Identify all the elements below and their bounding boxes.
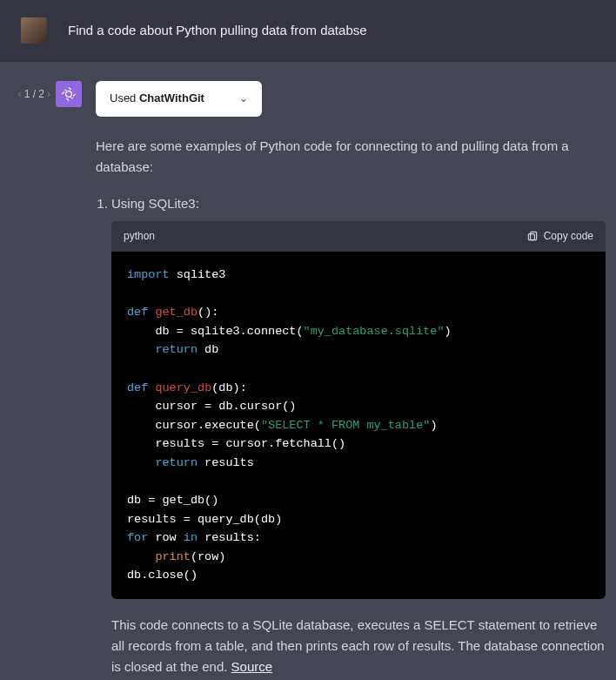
examples-list: Using SQLite3: python Copy code import s…: [96, 193, 606, 680]
user-prompt-text: Find a code about Python pulling data fr…: [68, 17, 367, 44]
assistant-avatar-column: [56, 81, 96, 680]
code-lang-label: python: [124, 228, 155, 245]
assistant-logo: [56, 81, 82, 107]
openai-icon: [60, 85, 77, 103]
user-avatar: [21, 17, 47, 44]
response-pager: ‹ 1 / 2 ›: [0, 81, 56, 680]
dropdown-tool-name: ChatWithGit: [139, 91, 204, 104]
chevron-down-icon: ⌄: [239, 91, 248, 107]
svg-rect-2: [528, 234, 534, 240]
example-1-explain: This code connects to a SQLite database,…: [111, 615, 606, 677]
used-tool-dropdown[interactable]: Used ChatWithGit ⌄: [96, 81, 262, 117]
user-message-row: Find a code about Python pulling data fr…: [0, 0, 616, 62]
example-1: Using SQLite3: python Copy code import s…: [111, 193, 606, 677]
copy-code-button[interactable]: Copy code: [526, 228, 593, 245]
code-header-1: python Copy code: [111, 221, 606, 252]
code-content-1[interactable]: import sqlite3 def get_db(): db = sqlite…: [111, 252, 606, 599]
example-1-title: Using SQLite3:: [111, 196, 199, 211]
dropdown-prefix: Used: [110, 91, 139, 104]
svg-point-0: [66, 91, 72, 98]
assistant-message-row: ‹ 1 / 2 › Used ChatWithGit ⌄ Here are so…: [0, 62, 616, 680]
code-block-1: python Copy code import sqlite3 def get_…: [111, 221, 606, 599]
source-link[interactable]: Source: [231, 659, 273, 674]
svg-rect-1: [530, 232, 536, 240]
pager-prev[interactable]: ‹: [18, 86, 22, 103]
clipboard-icon: [526, 230, 539, 242]
assistant-intro: Here are some examples of Python code fo…: [96, 136, 606, 178]
pager-label: 1 / 2: [24, 86, 44, 103]
assistant-content: Used ChatWithGit ⌄ Here are some example…: [96, 81, 616, 680]
pager-next[interactable]: ›: [47, 86, 50, 103]
copy-code-label: Copy code: [544, 228, 593, 245]
